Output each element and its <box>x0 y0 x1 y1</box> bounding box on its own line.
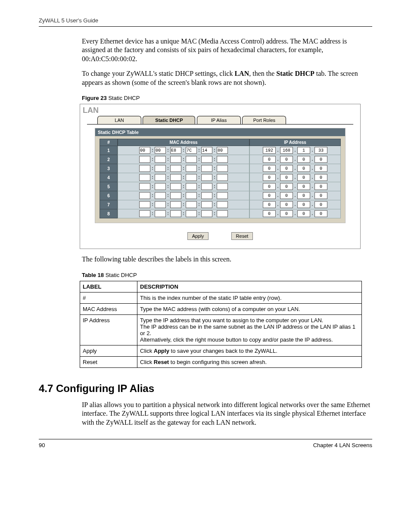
ip-octet-input[interactable] <box>314 210 327 217</box>
mac-octet-input[interactable] <box>201 147 212 154</box>
mac-octet-input[interactable] <box>155 156 166 163</box>
mac-octet-input[interactable] <box>217 165 228 172</box>
mac-octet-input[interactable] <box>170 183 181 190</box>
tab-port-roles[interactable]: Port Roles <box>242 116 286 124</box>
ip-octet-input[interactable] <box>263 192 276 199</box>
mac-octet-input[interactable] <box>170 201 181 208</box>
ip-octet-input[interactable] <box>297 165 310 172</box>
mac-octet-input[interactable] <box>186 174 197 181</box>
mac-octet-input[interactable] <box>186 201 197 208</box>
figure-caption: Figure 23 Static DHCP <box>82 95 372 101</box>
mac-octet-input[interactable] <box>186 147 197 154</box>
ip-octet-input[interactable] <box>314 147 327 154</box>
colon-separator: : <box>213 157 216 162</box>
ip-octet-input[interactable] <box>263 165 276 172</box>
mac-octet-input[interactable] <box>155 192 166 199</box>
ip-octet-input[interactable] <box>314 156 327 163</box>
tab-static-dhcp[interactable]: Static DHCP <box>143 116 195 124</box>
mac-octet-input[interactable] <box>170 156 181 163</box>
mac-octet-input[interactable] <box>139 156 150 163</box>
row-index: 3 <box>100 164 118 173</box>
ip-octet-input[interactable] <box>280 147 293 154</box>
mac-octet-input[interactable] <box>201 156 212 163</box>
ip-octet-input[interactable] <box>280 165 293 172</box>
td-label: Reset <box>80 356 137 367</box>
td-desc: Click Reset to begin configuring this sc… <box>137 356 362 367</box>
mac-octet-input[interactable] <box>155 201 166 208</box>
mac-octet-input[interactable] <box>155 147 166 154</box>
ip-octet-input[interactable] <box>280 210 293 217</box>
ip-octet-input[interactable] <box>263 156 276 163</box>
mac-octet-input[interactable] <box>201 192 212 199</box>
ip-octet-input[interactable] <box>280 201 293 208</box>
mac-octet-input[interactable] <box>217 201 228 208</box>
table-row: 8:::::... <box>100 209 341 218</box>
ip-octet-input[interactable] <box>314 174 327 181</box>
ip-octet-input[interactable] <box>314 183 327 190</box>
ip-octet-input[interactable] <box>263 174 276 181</box>
mac-octet-input[interactable] <box>186 210 197 217</box>
mac-octet-input[interactable] <box>155 210 166 217</box>
mac-octet-input[interactable] <box>201 174 212 181</box>
mac-octet-input[interactable] <box>139 174 150 181</box>
ip-octet-input[interactable] <box>280 156 293 163</box>
mac-octet-input[interactable] <box>186 183 197 190</box>
mac-octet-input[interactable] <box>139 183 150 190</box>
mac-octet-input[interactable] <box>139 201 150 208</box>
mac-octet-input[interactable] <box>201 183 212 190</box>
ip-octet-input[interactable] <box>297 147 310 154</box>
ip-octet-input[interactable] <box>263 210 276 217</box>
mac-octet-input[interactable] <box>170 174 181 181</box>
ip-octet-input[interactable] <box>314 192 327 199</box>
ip-octet-input[interactable] <box>263 183 276 190</box>
mac-octet-input[interactable] <box>217 210 228 217</box>
mac-octet-input[interactable] <box>217 183 228 190</box>
mac-address-cell: ::::: <box>118 200 249 209</box>
mac-octet-input[interactable] <box>170 192 181 199</box>
th-description: DESCRIPTION <box>137 281 362 292</box>
reset-button[interactable]: Reset <box>231 232 253 240</box>
mac-octet-input[interactable] <box>139 192 150 199</box>
ip-octet-input[interactable] <box>314 165 327 172</box>
mac-octet-input[interactable] <box>217 156 228 163</box>
ip-octet-input[interactable] <box>297 174 310 181</box>
mac-octet-input[interactable] <box>186 156 197 163</box>
mac-octet-input[interactable] <box>217 174 228 181</box>
mac-octet-input[interactable] <box>201 201 212 208</box>
mac-octet-input[interactable] <box>155 174 166 181</box>
mac-octet-input[interactable] <box>155 183 166 190</box>
mac-octet-input[interactable] <box>186 192 197 199</box>
ip-octet-input[interactable] <box>297 201 310 208</box>
ip-octet-input[interactable] <box>297 210 310 217</box>
mac-octet-input[interactable] <box>139 210 150 217</box>
mac-octet-input[interactable] <box>186 165 197 172</box>
mac-octet-input[interactable] <box>217 147 228 154</box>
mac-octet-input[interactable] <box>201 165 212 172</box>
apply-button[interactable]: Apply <box>187 232 209 240</box>
mac-octet-input[interactable] <box>170 147 181 154</box>
ip-octet-input[interactable] <box>280 183 293 190</box>
ip-octet-input[interactable] <box>280 174 293 181</box>
colon-separator: : <box>213 212 216 216</box>
mac-octet-input[interactable] <box>170 165 181 172</box>
mac-octet-input[interactable] <box>139 165 150 172</box>
colon-separator: : <box>182 166 185 171</box>
ip-octet-input[interactable] <box>280 192 293 199</box>
ip-octet-input[interactable] <box>297 192 310 199</box>
mac-octet-input[interactable] <box>170 210 181 217</box>
colon-separator: : <box>167 202 169 207</box>
mac-address-cell: ::::: <box>118 191 249 200</box>
tab-ip-alias[interactable]: IP Alias <box>197 116 241 124</box>
dot-separator: . <box>294 184 296 189</box>
mac-octet-input[interactable] <box>155 165 166 172</box>
mac-octet-input[interactable] <box>201 210 212 217</box>
ip-octet-input[interactable] <box>297 183 310 190</box>
colon-separator: : <box>182 212 185 216</box>
tab-lan[interactable]: LAN <box>97 116 141 124</box>
mac-octet-input[interactable] <box>139 147 150 154</box>
ip-octet-input[interactable] <box>263 201 276 208</box>
ip-octet-input[interactable] <box>314 201 327 208</box>
ip-octet-input[interactable] <box>263 147 276 154</box>
ip-octet-input[interactable] <box>297 156 310 163</box>
mac-octet-input[interactable] <box>217 192 228 199</box>
